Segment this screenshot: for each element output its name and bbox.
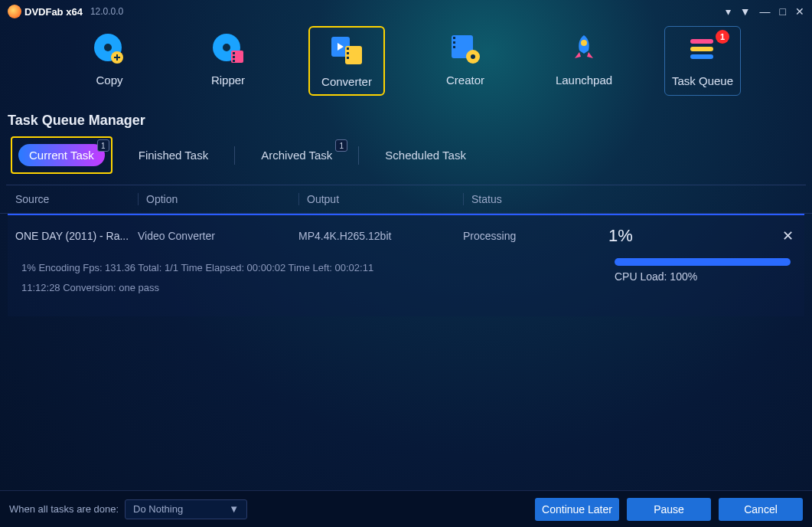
close-icon[interactable]: ✕ [795, 5, 804, 18]
task-row[interactable]: ONE DAY (2011) - Ra... Video Converter M… [8, 215, 804, 257]
window-controls: ▾ ▼ — □ ✕ [726, 5, 804, 18]
when-done-label: When all tasks are done: [9, 503, 119, 515]
svg-rect-16 [347, 57, 349, 59]
nav-label: Ripper [211, 74, 245, 87]
converter-icon [328, 32, 365, 69]
svg-rect-4 [116, 54, 118, 61]
svg-point-23 [581, 40, 587, 46]
tab-finished-task[interactable]: Finished Task [128, 144, 219, 166]
svg-rect-20 [453, 46, 455, 48]
bottom-bar: When all tasks are done: Do Nothing ▼ Co… [0, 490, 812, 527]
svg-rect-9 [233, 56, 235, 58]
separator [234, 146, 235, 165]
minimize-icon[interactable]: — [760, 5, 771, 18]
nav-copy[interactable]: Copy [71, 26, 148, 96]
nav-task-queue[interactable]: 1 Task Queue [664, 26, 741, 96]
app-name: DVDFab x64 [24, 6, 83, 18]
menu-icon[interactable]: ▼ [740, 5, 751, 18]
svg-point-22 [471, 54, 475, 59]
col-source: Source [15, 193, 138, 205]
task-option: Video Converter [138, 230, 298, 242]
svg-rect-10 [233, 60, 235, 62]
task-cancel-icon[interactable]: ✕ [782, 228, 794, 244]
col-output: Output [298, 193, 463, 205]
disc-copy-icon [91, 31, 128, 67]
tab-current-wrap: Current Task 1 [11, 136, 113, 174]
task-detail-line-2: 11:12:28 Conversion: one pass [21, 278, 592, 298]
col-status: Status [463, 193, 801, 205]
tab-current-badge: 1 [97, 139, 109, 152]
nav-label: Copy [96, 74, 122, 87]
task-panel: ONE DAY (2011) - Ra... Video Converter M… [8, 214, 804, 316]
task-table-header: Source Option Output Status [0, 185, 812, 214]
page-title: Task Queue Manager [0, 106, 812, 136]
task-output: MP4.4K.H265.12bit [298, 230, 463, 242]
task-queue-badge: 1 [716, 30, 729, 44]
task-source: ONE DAY (2011) - Ra... [15, 230, 138, 242]
title-bar: DVDFab x64 12.0.0.0 ▾ ▼ — □ ✕ [0, 0, 812, 23]
separator [358, 146, 359, 165]
when-done-select[interactable]: Do Nothing ▼ [125, 499, 247, 519]
skin-icon[interactable]: ▾ [726, 5, 731, 18]
app-logo: DVDFab x64 12.0.0.0 [8, 5, 123, 18]
chevron-down-icon: ▼ [229, 503, 239, 515]
task-detail-line-1: 1% Encoding Fps: 131.36 Total: 1/1 Time … [21, 258, 592, 278]
maximize-icon[interactable]: □ [780, 5, 786, 18]
svg-point-6 [223, 44, 230, 51]
nav-ripper[interactable]: Ripper [190, 26, 266, 96]
cpu-load-label: CPU Load: 100% [615, 270, 791, 283]
tab-archived-task[interactable]: Archived Task [250, 144, 343, 166]
rocket-icon [566, 31, 602, 67]
cpu-progress-fill [615, 258, 791, 266]
task-details: 1% Encoding Fps: 131.36 Total: 1/1 Time … [8, 257, 804, 316]
tab-current-task[interactable]: Current Task [18, 144, 105, 166]
svg-rect-19 [453, 41, 455, 44]
task-progress-label: 1% [608, 226, 763, 246]
cpu-progress-bar [615, 258, 791, 266]
cancel-button[interactable]: Cancel [719, 498, 803, 521]
logo-icon [8, 5, 21, 18]
nav-label: Converter [321, 75, 372, 88]
creator-icon [447, 31, 484, 67]
pause-button[interactable]: Pause [627, 498, 711, 521]
svg-rect-26 [690, 54, 713, 59]
nav-label: Task Queue [672, 74, 733, 87]
main-nav: Copy Ripper Converter Creator Launchpad … [0, 23, 812, 106]
nav-label: Creator [446, 74, 484, 87]
svg-rect-15 [347, 52, 349, 54]
svg-rect-18 [453, 37, 455, 39]
disc-ripper-icon [210, 31, 246, 67]
nav-converter[interactable]: Converter [308, 26, 385, 96]
svg-rect-25 [690, 47, 713, 51]
svg-rect-14 [347, 47, 349, 50]
tab-scheduled-wrap: Scheduled Task [374, 144, 477, 166]
continue-later-button[interactable]: Continue Later [535, 498, 619, 521]
svg-rect-24 [690, 39, 713, 44]
nav-launchpad[interactable]: Launchpad [546, 26, 622, 96]
tab-archived-badge: 1 [335, 139, 347, 152]
task-status: Processing [463, 230, 608, 242]
nav-creator[interactable]: Creator [427, 26, 504, 96]
app-version: 12.0.0.0 [90, 6, 123, 17]
col-option: Option [138, 193, 298, 205]
tab-archived-wrap: Archived Task 1 [250, 144, 343, 166]
task-tabs: Current Task 1 Finished Task Archived Ta… [6, 136, 806, 185]
nav-label: Launchpad [556, 74, 612, 87]
svg-rect-8 [233, 52, 235, 54]
svg-point-1 [104, 44, 112, 51]
when-done-value: Do Nothing [133, 503, 183, 515]
tab-finished-wrap: Finished Task [128, 144, 219, 166]
tab-scheduled-task[interactable]: Scheduled Task [374, 144, 477, 166]
